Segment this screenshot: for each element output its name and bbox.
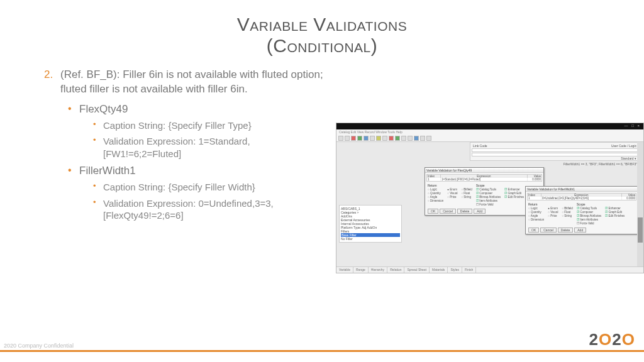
options: Return Logic Quantity Angle Dimension En… (526, 202, 638, 226)
radio-dimension[interactable]: Dimension (428, 199, 443, 202)
radio-logic[interactable]: Logic (528, 207, 544, 210)
check-edit-finishes[interactable]: Edit Finishes (504, 195, 524, 199)
radio-float[interactable]: Float (461, 192, 472, 195)
group-scope: Scope (577, 203, 601, 206)
check-catalog[interactable]: Catalog Tools (476, 188, 501, 191)
radio-visual[interactable]: Visual (447, 192, 457, 195)
radio-float[interactable]: Float (562, 211, 572, 214)
bullet-label: FlexQty49 (79, 103, 128, 115)
screenshot-figure: — □ × Catalog Edit View Record Window To… (336, 123, 644, 273)
bullet-level-2: Caption String: {Specify Filler Type} Va… (79, 119, 327, 160)
add-button[interactable]: Add (574, 228, 586, 233)
link-code-panel: Link CodeUser Code / Logic Standard ▾ (470, 142, 640, 161)
scrollbar[interactable] (637, 142, 643, 266)
tab-hierarchy[interactable]: Hierarchy (369, 267, 387, 273)
tree-node[interactable]: No Filler (341, 237, 400, 241)
scrollbar-thumb[interactable] (638, 217, 643, 243)
check-force-valid[interactable]: Force Valid (476, 203, 501, 206)
tab-spreadsheet[interactable]: Spread Sheet (404, 267, 430, 273)
group-scope: Scope (476, 184, 501, 187)
window-buttons[interactable]: — □ × (625, 124, 641, 128)
delete-button[interactable]: Delete (558, 228, 573, 233)
menubar[interactable]: Catalog Edit View Record Window Tools He… (336, 129, 643, 134)
bullet-label: FillerWidth1 (79, 165, 136, 177)
check-bitmap[interactable]: Bitmap Attributes (577, 214, 601, 217)
bullet-fillerwidth: FillerWidth1 Caption String: {Specify Fi… (79, 165, 327, 222)
logo-2020: 2O2O (589, 330, 635, 349)
check-graph-edit[interactable]: Graph Edit (605, 211, 625, 214)
toolbar[interactable] (336, 134, 643, 142)
tab-variable[interactable]: Variable (336, 267, 353, 273)
dialog-title: Variable Validation for FillerWidth1 (526, 187, 638, 192)
titlebar: — □ × (336, 123, 643, 129)
bullet-level-2: Caption String: {Specify Filler Width} V… (79, 181, 327, 222)
check-edit-finishes[interactable]: Edit Finishes (605, 214, 625, 217)
radio-angle[interactable]: Angle (428, 195, 443, 199)
validation-expr: Validation Expression: 1=Standard,[FW1!=… (103, 135, 327, 160)
radio-visual[interactable]: Visual (548, 211, 558, 214)
dialog-fillerwidth: Variable Validation for FillerWidth1 Ind… (525, 186, 638, 234)
tab-range[interactable]: Range (353, 267, 369, 273)
item-text: (Ref. BF_B): Filler 6in is not available… (60, 68, 327, 97)
check-graph-edit[interactable]: Graph Edit (504, 192, 524, 195)
bullet-flexqty: FlexQty49 Caption String: {Specify Fille… (79, 103, 327, 160)
confidential-label: 2020 Company Confidential (4, 343, 74, 349)
slide-footer: 2020 Company Confidential 2O2O (0, 343, 644, 362)
radio-quantity[interactable]: Quantity (428, 192, 443, 195)
group-return: Return (528, 203, 544, 206)
add-button[interactable]: Add (474, 209, 486, 214)
radio-price[interactable]: Price (548, 214, 558, 217)
grid[interactable]: IndexExpressionValue 10=Undefined,3=3,[F… (527, 193, 636, 200)
dropdown-standard[interactable]: Standard ▾ (621, 156, 636, 160)
caption-string: Caption String: {Specify Filler Width} (103, 181, 327, 194)
ok-button[interactable]: OK (428, 209, 438, 214)
breadcrumb-expr: FillerWidth1 == 3, "BF3"; FillerWidth1 =… (564, 162, 637, 166)
check-item-attr[interactable]: Item Attributes (577, 218, 601, 221)
caption-string: Caption String: {Specify Filler Type} (103, 119, 327, 132)
ok-button[interactable]: OK (528, 228, 539, 233)
tab-materials[interactable]: Materials (430, 267, 448, 273)
radio-enum[interactable]: Enum (447, 188, 457, 191)
tree-panel[interactable]: ABS/CABS_1 Categories > AddOns External … (339, 205, 402, 243)
check-enhancer[interactable]: Enhancer (605, 207, 625, 210)
radio-string[interactable]: String (461, 195, 472, 199)
tab-styles[interactable]: Styles (448, 267, 462, 273)
check-bitmap[interactable]: Bitmap Attributes (476, 195, 501, 199)
label-link-code: Link Code (473, 144, 487, 148)
check-item-attr[interactable]: Item Attributes (476, 199, 501, 202)
radio-bitfield[interactable]: Bitfield (562, 207, 572, 210)
check-enhancer[interactable]: Enhancer (504, 188, 524, 191)
title-line-2: (Conditional) (0, 35, 644, 57)
slide-title: Variable Validations (Conditional) (0, 0, 644, 57)
radio-angle[interactable]: Angle (528, 214, 544, 217)
radio-logic[interactable]: Logic (428, 188, 443, 191)
group-return: Return (428, 184, 443, 187)
check-catalog[interactable]: Catalog Tools (577, 207, 601, 210)
tab-relation[interactable]: Relation (387, 267, 404, 273)
check-composer[interactable]: Composer (476, 192, 501, 195)
radio-quantity[interactable]: Quantity (528, 211, 544, 214)
dialog-buttons: OK Cancel Delete Add (526, 226, 638, 234)
tab-finish[interactable]: Finish (462, 267, 476, 273)
dialog-title: Variable Validation for FlexQty49 (425, 168, 543, 173)
bottom-tabs[interactable]: Variable Range Hierarchy Relation Spread… (336, 266, 643, 273)
validation-expr: Validation Expression: 0=Undefined,3=3,[… (103, 197, 327, 222)
check-composer[interactable]: Composer (577, 211, 601, 214)
radio-bitfield[interactable]: Bitfield (461, 188, 472, 191)
radio-enum[interactable]: Enum (548, 207, 558, 210)
radio-price[interactable]: Price (447, 195, 457, 199)
text-column: 2. (Ref. BF_B): Filler 6in is not availa… (0, 68, 327, 227)
delete-button[interactable]: Delete (457, 209, 472, 214)
title-line-1: Variable Validations (0, 14, 644, 35)
check-force-valid[interactable]: Force Valid (577, 222, 601, 225)
label-user-code: User Code / Logic (611, 144, 636, 148)
cancel-button[interactable]: Cancel (540, 228, 557, 233)
bullet-level-1: FlexQty49 Caption String: {Specify Fille… (60, 103, 327, 222)
radio-string[interactable]: String (562, 214, 572, 217)
cancel-button[interactable]: Cancel (440, 209, 456, 214)
input-row[interactable] (472, 148, 638, 152)
app-window: — □ × Catalog Edit View Record Window To… (336, 123, 644, 273)
grid[interactable]: IndexExpressionValue 11=Standard,[FW1!=6… (426, 174, 542, 182)
numbered-item: 2. (Ref. BF_B): Filler 6in is not availa… (60, 68, 327, 97)
radio-dimension[interactable]: Dimension (528, 218, 544, 221)
